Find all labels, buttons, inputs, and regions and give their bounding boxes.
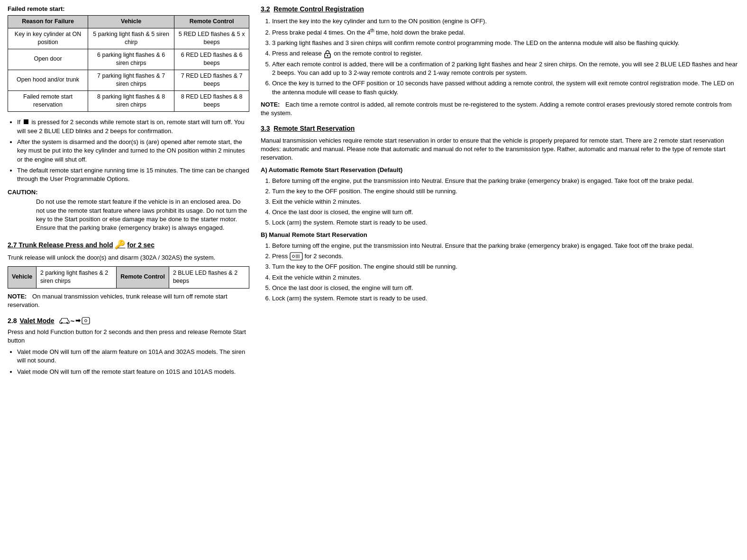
trunk-vehicle-label: Vehicle xyxy=(8,267,36,288)
remote-start-bullets: If ⏹ is pressed for 2 seconds while remo… xyxy=(17,117,249,184)
table-cell: Open door xyxy=(8,49,88,70)
table-cell: 5 RED LED flashes & 5 x beeps xyxy=(174,28,249,49)
svg-point-1 xyxy=(66,322,68,324)
s33b-item-5: Once the last door is closed, the engine… xyxy=(272,284,739,292)
trunk-note-text: On manual transmission vehicles, trunk r… xyxy=(8,293,228,308)
section-32-heading: 3.2 Remote Control Registration xyxy=(261,5,739,14)
s33b-item-1: Before turning off the engine, put the t… xyxy=(272,242,739,250)
s33b-item-4: Exit the vehicle within 2 minutes. xyxy=(272,273,739,282)
sub-a-list: Before turning off the engine, put the t… xyxy=(272,177,739,227)
table-row: Failed remote start reservation8 parking… xyxy=(8,90,249,111)
col-remote: Remote Control xyxy=(174,16,249,28)
sub-b-list: Before turning off the engine, put the t… xyxy=(272,242,739,303)
sub-a-label: A) Automatic Remote Start Reservation (D… xyxy=(261,166,739,174)
section-33: 3.3 Remote Start Reservation Manual tran… xyxy=(261,124,739,303)
trunk-remote-text: 2 BLUE LED flashes & 2 beeps xyxy=(169,267,249,288)
s32-note-text: Each time a remote control is added, all… xyxy=(261,101,732,117)
table-cell: 8 parking light flashes & 8 siren chirps xyxy=(88,90,174,111)
s32-item-2: Press brake pedal 4 times. On the 4th ti… xyxy=(272,27,739,37)
section-32-heading-text: Remote Control Registration xyxy=(273,5,364,13)
table-row: Open door6 parking light flashes & 6 sir… xyxy=(8,49,249,70)
lock-icon xyxy=(323,50,332,58)
bullet-3: The default remote start engine running … xyxy=(17,166,249,183)
s33a-item-1: Before turning off the engine, put the t… xyxy=(272,177,739,185)
trunk-desc: Trunk release will unlock the door(s) an… xyxy=(8,253,249,262)
trunk-release-section: 2.7 Trunk Release Press and hold 🔑 for 2… xyxy=(8,239,249,309)
s33a-item-5: Lock (arm) the system. Remote start is r… xyxy=(272,218,739,227)
section-32-list: Insert the key into the key cylinder and… xyxy=(272,17,739,97)
left-column: Failed remote start: Reason for Failure … xyxy=(8,5,249,380)
table-cell: Failed remote start reservation xyxy=(8,90,88,111)
section-33-heading: 3.3 Remote Start Reservation xyxy=(261,124,739,134)
s32-item-3: 3 parking light flashes and 3 siren chir… xyxy=(272,39,739,47)
caution-block: CAUTION: Do not use the remote start fea… xyxy=(8,188,249,232)
caution-label: CAUTION: xyxy=(8,189,38,196)
trunk-heading: 2.7 Trunk Release Press and hold 🔑 for 2… xyxy=(8,239,249,251)
failed-start-label: Failed remote start: xyxy=(8,5,249,13)
right-column: 3.2 Remote Control Registration Insert t… xyxy=(261,5,739,380)
valet-desc: Press and hold Function button for 2 sec… xyxy=(8,328,249,345)
table-cell: 6 parking light flashes & 6 siren chirps xyxy=(88,49,174,70)
valet-bullets: Valet mode ON will turn off the alarm fe… xyxy=(17,348,249,376)
s33b-item-2: Press for 2 seconds. xyxy=(272,252,739,261)
bullet-2: After the system is disarmed and the doo… xyxy=(17,138,249,164)
s33b-item-3: Turn the key to the OFF position. The en… xyxy=(272,262,739,271)
trunk-heading-underline: Trunk Release xyxy=(18,241,64,249)
col-vehicle: Vehicle xyxy=(88,16,174,28)
fob-icon xyxy=(82,317,90,325)
s33a-item-4: Once the last door is closed, the engine… xyxy=(272,208,739,217)
section-33-intro: Manual transmission vehicles require rem… xyxy=(261,136,739,163)
s32-item-4: Press and release on the remote control … xyxy=(272,49,739,58)
col-reason: Reason for Failure xyxy=(8,16,88,28)
remote-icon xyxy=(290,252,303,261)
trunk-vehicle-text: 2 parking light flashes & 2 siren chirps xyxy=(36,267,117,288)
stop-icon: ⏹ xyxy=(22,117,30,127)
trunk-icon: 🔑 xyxy=(115,239,125,251)
s33a-item-2: Turn the key to the OFF position. The en… xyxy=(272,187,739,196)
valet-heading: 2.8 Valet Mode ~ ➡ xyxy=(8,316,249,326)
s32-item-5: After each remote control is added, ther… xyxy=(272,60,739,77)
svg-rect-2 xyxy=(82,317,90,324)
table-row: Key in key cylinder at ON position5 park… xyxy=(8,28,249,49)
table-cell: 6 RED LED flashes & 6 beeps xyxy=(174,49,249,70)
table-row: Open hood and/or trunk7 parking light fl… xyxy=(8,70,249,90)
table-cell: 7 parking light flashes & 7 siren chirps xyxy=(88,70,174,90)
trunk-table: Vehicle 2 parking light flashes & 2 sire… xyxy=(8,266,249,289)
caution-text-block: Do not use the remote start feature if t… xyxy=(36,198,249,232)
valet-icons: ~ ➡ xyxy=(59,316,91,326)
svg-point-5 xyxy=(327,55,328,56)
s32-note-label: NOTE: xyxy=(261,101,280,108)
valet-section: 2.8 Valet Mode ~ ➡ Press and hold Functi… xyxy=(8,316,249,376)
section-33-heading-text: Remote Start Reservation xyxy=(273,125,355,132)
s32-item-1: Insert the key into the key cylinder and… xyxy=(272,17,739,26)
car-icon xyxy=(59,317,70,325)
svg-point-0 xyxy=(61,322,63,324)
bullet-1: If ⏹ is pressed for 2 seconds while remo… xyxy=(17,117,249,136)
section-32: 3.2 Remote Control Registration Insert t… xyxy=(261,5,739,117)
s33a-item-3: Exit the vehicle within 2 minutes. xyxy=(272,198,739,206)
table-cell: 8 RED LED flashes & 8 beeps xyxy=(174,90,249,111)
trunk-note: NOTE: On manual transmission vehicles, t… xyxy=(8,292,249,309)
s33b-item-6: Lock (arm) the system. Remote start is r… xyxy=(272,294,739,303)
valet-bullet-1: Valet mode ON will turn off the alarm fe… xyxy=(17,348,249,365)
trunk-remote-label: Remote Control xyxy=(117,267,169,288)
section-32-note: NOTE: Each time a remote control is adde… xyxy=(261,100,739,117)
valet-bullet-2: Valet mode ON will turn off the remote s… xyxy=(17,368,249,376)
table-cell: 7 RED LED flashes & 7 beeps xyxy=(174,70,249,90)
valet-heading-underline: Valet Mode xyxy=(19,316,54,326)
table-cell: Open hood and/or trunk xyxy=(8,70,88,90)
s32-item-6: Once the key is turned to the OFF positi… xyxy=(272,79,739,96)
sub-b-label: B) Manual Remote Start Reservation xyxy=(261,231,739,239)
table-cell: Key in key cylinder at ON position xyxy=(8,28,88,49)
table-cell: 5 parking light flash & 5 siren chirp xyxy=(88,28,174,49)
failure-table: Reason for Failure Vehicle Remote Contro… xyxy=(8,15,249,112)
svg-point-7 xyxy=(292,255,294,258)
svg-point-3 xyxy=(85,320,87,322)
trunk-note-label: NOTE: xyxy=(8,293,27,300)
